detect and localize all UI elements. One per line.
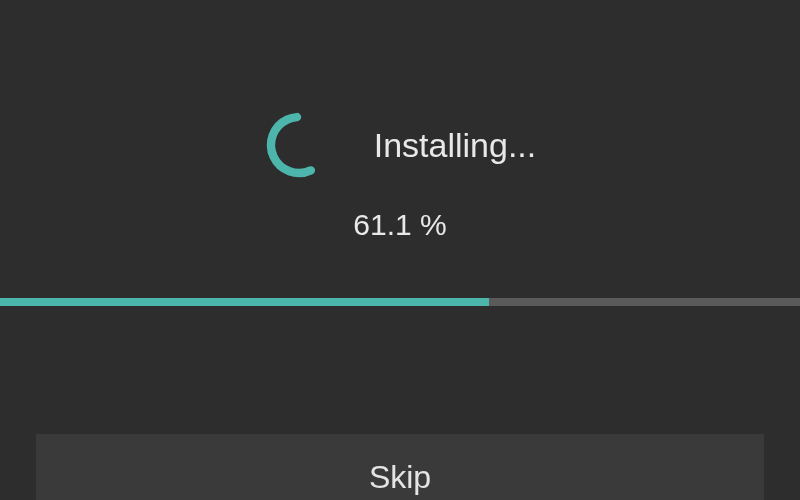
install-status-row: Installing... xyxy=(0,110,800,180)
svg-point-0 xyxy=(262,108,336,182)
install-progress-fill xyxy=(0,298,489,306)
spinner-icon xyxy=(264,110,334,180)
install-percent-text: 61.1 % xyxy=(0,208,800,242)
install-progress-bar xyxy=(0,298,800,306)
skip-button[interactable]: Skip xyxy=(36,434,764,500)
install-status-text: Installing... xyxy=(374,126,537,165)
